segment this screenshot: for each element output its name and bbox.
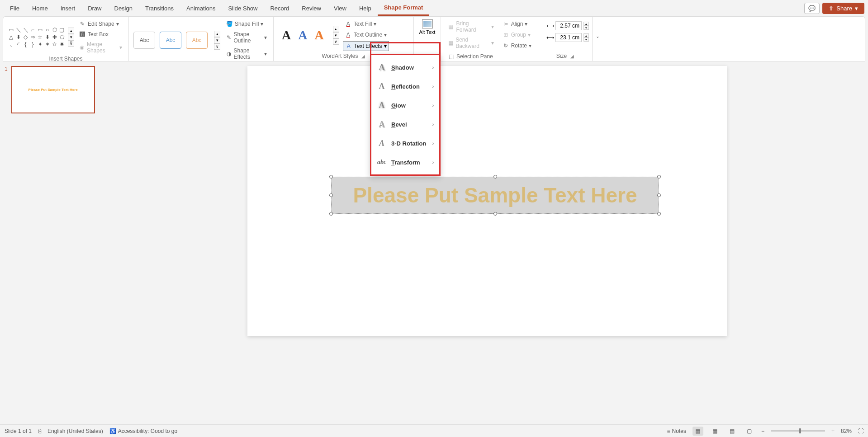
tab-record[interactable]: Record <box>264 1 295 15</box>
tab-transitions[interactable]: Transitions <box>139 1 180 15</box>
slideshow-view-button[interactable]: ▢ <box>744 427 755 436</box>
align-button[interactable]: ⊫ Align ▾ <box>500 19 533 28</box>
shapes-gallery[interactable]: ▭ ＼ ＼ ⌐ ▭ ○ ⬡ ▢ △ ⬍ ◇ ⇨ ☆ ⬇ ✚ ⬠ ◟ <box>8 19 74 55</box>
resize-handle-tm[interactable] <box>493 175 497 179</box>
tab-insert[interactable]: Insert <box>54 1 82 15</box>
shape-style-3[interactable]: Abc <box>186 32 208 49</box>
wordart-gallery[interactable]: A A A ▴ ▾ ⊽ <box>278 26 343 45</box>
text-fill-button[interactable]: A Text Fill ▾ <box>343 19 389 28</box>
resize-handle-tr[interactable] <box>657 175 661 179</box>
shape-oval-icon[interactable]: ○ <box>44 27 51 33</box>
style-gallery-down[interactable]: ▾ <box>214 37 220 43</box>
resize-handle-mr[interactable] <box>657 193 661 197</box>
resize-handle-bl[interactable] <box>329 212 333 216</box>
zoom-in-button[interactable]: + <box>831 428 835 434</box>
shape-curve-icon[interactable]: ◟ <box>8 41 14 48</box>
wordart-style-1[interactable]: A <box>282 28 291 42</box>
shape-triangle-icon[interactable]: △ <box>8 34 14 41</box>
fit-to-window-button[interactable]: ⛶ <box>858 428 863 434</box>
style-gallery-up[interactable]: ▴ <box>214 31 220 37</box>
zoom-level[interactable]: 82% <box>841 428 852 434</box>
selection-pane-button[interactable]: ⬚ Selection Pane <box>446 52 496 61</box>
zoom-slider[interactable] <box>771 430 825 432</box>
shape-line-icon[interactable]: ＼ <box>15 27 22 33</box>
tab-shape-format[interactable]: Shape Format <box>378 0 430 16</box>
reading-view-button[interactable]: ▤ <box>727 427 738 436</box>
shape-star6-icon[interactable]: ✶ <box>44 41 51 48</box>
sorter-view-button[interactable]: ▦ <box>710 427 721 436</box>
spellcheck-button[interactable]: ⎘ <box>38 428 41 434</box>
height-down[interactable]: ▾ <box>583 26 589 30</box>
tab-home[interactable]: Home <box>26 1 54 15</box>
shape-brace-l-icon[interactable]: { <box>22 41 29 48</box>
shape-arrow-r-icon[interactable]: ⇨ <box>29 34 36 41</box>
shape-star4-icon[interactable]: ✦ <box>37 41 43 48</box>
tab-draw[interactable]: Draw <box>81 1 108 15</box>
shape-outline-button[interactable]: ✎ Shape Outline ▾ <box>224 30 269 45</box>
height-up[interactable]: ▴ <box>583 22 589 26</box>
menu-3d-rotation[interactable]: A 3-D Rotation › <box>371 134 439 153</box>
shape-arrow-d-icon[interactable]: ⬇ <box>44 34 51 41</box>
resize-handle-ml[interactable] <box>329 193 333 197</box>
slide[interactable]: Please Put Sample Text Here <box>247 66 727 336</box>
shape-curve2-icon[interactable]: ◜ <box>15 41 22 48</box>
alt-text-button[interactable]: Alt Text <box>418 19 436 35</box>
selected-textbox[interactable]: Please Put Sample Text Here <box>331 177 659 214</box>
gallery-down-button[interactable]: ▾ <box>68 34 74 40</box>
normal-view-button[interactable]: ▦ <box>693 427 703 436</box>
wordart-style-3[interactable]: A <box>314 28 323 42</box>
shape-style-2[interactable]: Abc <box>160 32 181 49</box>
text-box-button[interactable]: 🅰 Text Box <box>77 30 124 39</box>
text-outline-button[interactable]: A Text Outline ▾ <box>343 30 389 39</box>
zoom-out-button[interactable]: − <box>761 428 764 434</box>
shape-star-icon[interactable]: ☆ <box>51 41 58 48</box>
shape-star5-icon[interactable]: ☆ <box>37 34 43 41</box>
slide-thumbnail-1[interactable]: Please Put Sample Text Here <box>11 66 95 113</box>
width-down[interactable]: ▾ <box>583 38 589 42</box>
shape-style-1[interactable]: Abc <box>133 32 155 49</box>
rotate-button[interactable]: ↻ Rotate ▾ <box>500 41 533 50</box>
menu-glow[interactable]: A Glow › <box>371 96 439 115</box>
height-input[interactable] <box>555 21 582 30</box>
width-up[interactable]: ▴ <box>583 33 589 38</box>
shape-arrow-icon[interactable]: ⬍ <box>15 34 22 41</box>
shape-effects-button[interactable]: ◑ Shape Effects ▾ <box>224 47 269 61</box>
size-dialog-launcher[interactable]: ◢ <box>570 54 574 59</box>
tab-review[interactable]: Review <box>295 1 327 15</box>
wordart-dialog-launcher[interactable]: ◢ <box>361 54 365 59</box>
shape-sun-icon[interactable]: ✸ <box>58 41 65 48</box>
language-status[interactable]: English (United States) <box>47 428 103 434</box>
shape-diamond-icon[interactable]: ◇ <box>22 34 29 41</box>
shape-textbox-icon[interactable]: ▭ <box>8 27 14 33</box>
textbox-content[interactable]: Please Put Sample Text Here <box>353 183 637 207</box>
slide-canvas-area[interactable]: Please Put Sample Text Here <box>106 61 868 421</box>
comments-button[interactable]: 💬 <box>804 3 820 14</box>
gallery-up-button[interactable]: ▴ <box>68 28 74 34</box>
menu-transform[interactable]: abc Transform › <box>371 153 439 172</box>
shape-callout-icon[interactable]: ⬠ <box>58 34 65 41</box>
shape-connector-icon[interactable]: ⌐ <box>29 27 36 33</box>
shape-rect-icon[interactable]: ▭ <box>37 27 43 33</box>
shape-roundrect-icon[interactable]: ▢ <box>58 27 65 33</box>
menu-bevel[interactable]: A Bevel › <box>371 115 439 134</box>
wordart-style-2[interactable]: A <box>298 28 307 42</box>
wa-gallery-more[interactable]: ⊽ <box>333 38 339 45</box>
notes-button[interactable]: ≡ Notes <box>667 428 686 434</box>
style-gallery-more[interactable]: ⊽ <box>214 43 220 50</box>
tab-view[interactable]: View <box>327 1 353 15</box>
wa-gallery-up[interactable]: ▴ <box>333 26 339 32</box>
tab-help[interactable]: Help <box>353 1 378 15</box>
share-button[interactable]: ⇧ Share ▾ <box>822 3 864 14</box>
accessibility-status[interactable]: ♿ Accessibility: Good to go <box>109 428 177 434</box>
menu-reflection[interactable]: A Reflection › <box>371 77 439 96</box>
tab-animations[interactable]: Animations <box>180 1 222 15</box>
tab-slideshow[interactable]: Slide Show <box>222 1 264 15</box>
shape-styles-gallery[interactable]: Abc Abc Abc ▴ ▾ ⊽ <box>133 31 220 50</box>
resize-handle-bm[interactable] <box>493 212 497 216</box>
gallery-more-button[interactable]: ⊽ <box>68 40 74 47</box>
resize-handle-tl[interactable] <box>329 175 333 179</box>
edit-shape-button[interactable]: ✎ Edit Shape ▾ <box>77 19 124 28</box>
shape-brace-r-icon[interactable]: } <box>29 41 36 48</box>
tab-file[interactable]: File <box>4 1 26 15</box>
shape-line2-icon[interactable]: ＼ <box>22 27 29 33</box>
